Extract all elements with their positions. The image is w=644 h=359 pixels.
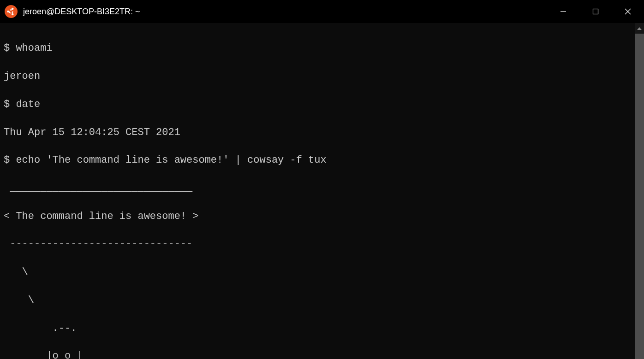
terminal-line: $ whoami (4, 41, 644, 55)
window-titlebar[interactable]: jeroen@DESKTOP-BI3E2TR: ~ (0, 0, 644, 23)
window-controls (547, 0, 644, 23)
scrollbar-thumb[interactable] (635, 34, 644, 359)
window-title: jeroen@DESKTOP-BI3E2TR: ~ (23, 7, 140, 17)
minimize-button[interactable] (547, 0, 579, 23)
scroll-up-arrow-icon[interactable] (635, 23, 644, 34)
svg-point-2 (12, 13, 14, 16)
terminal-line: |o_o | (4, 349, 644, 359)
terminal-line: ______________________________ (4, 182, 644, 195)
terminal-line: Thu Apr 15 12:04:25 CEST 2021 (4, 126, 644, 140)
terminal-line: < The command line is awesome! > (4, 210, 644, 224)
maximize-button[interactable] (579, 0, 612, 23)
terminal-line: \ (4, 294, 644, 307)
terminal-line: $ echo 'The command line is awesome!' | … (4, 153, 644, 167)
svg-point-0 (7, 11, 9, 13)
terminal-line: jeroen (4, 70, 644, 83)
terminal-line: $ date (4, 98, 644, 112)
svg-rect-4 (593, 9, 598, 14)
terminal-line: ------------------------------ (4, 237, 644, 251)
close-button[interactable] (612, 0, 644, 23)
terminal-output[interactable]: $ whoami jeroen $ date Thu Apr 15 12:04:… (0, 23, 644, 359)
terminal-line: \ (4, 265, 644, 279)
ubuntu-icon (5, 5, 18, 18)
terminal-line: .--. (4, 322, 644, 335)
